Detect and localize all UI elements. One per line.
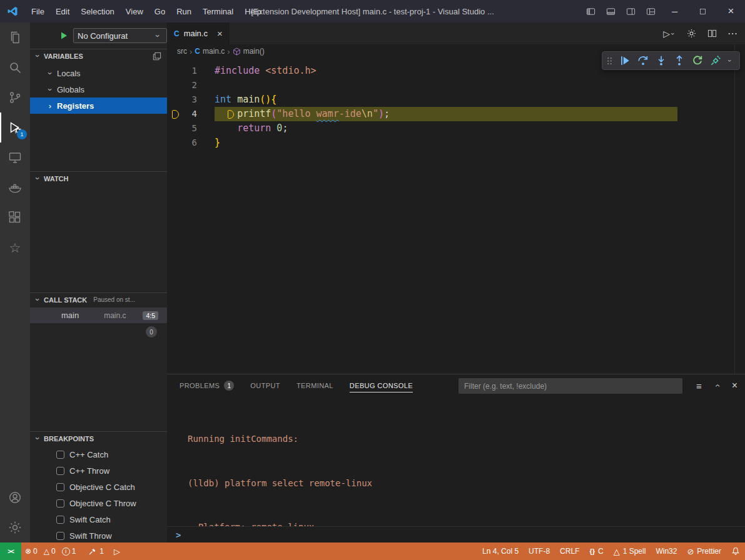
variables-registers-row[interactable]: › Registers xyxy=(30,98,167,114)
breakpoint-row[interactable]: Objective C Catch xyxy=(30,479,167,495)
line-number[interactable]: 2 xyxy=(182,78,197,92)
menu-file[interactable]: File xyxy=(26,0,50,22)
step-over-icon[interactable] xyxy=(637,55,649,66)
toggle-panel-icon[interactable] xyxy=(601,0,621,22)
debug-console-filter-input[interactable] xyxy=(459,378,682,394)
execution-pointer-icon[interactable] xyxy=(172,110,179,119)
debug-status[interactable]: ▷ xyxy=(109,542,125,560)
launch-settings-gear-icon[interactable] xyxy=(686,28,697,39)
debug-console-input[interactable]: > xyxy=(167,526,745,542)
breakpoint-checkbox[interactable] xyxy=(56,483,64,491)
breakpoint-row[interactable]: C++ Throw xyxy=(30,462,167,479)
line-number[interactable]: 1 xyxy=(182,64,197,78)
line-number[interactable]: 4 xyxy=(182,107,197,121)
call-stack-section-header[interactable]: › CALL STACK Paused on st... xyxy=(30,292,167,306)
remote-indicator[interactable]: >< xyxy=(0,542,21,560)
menu-edit[interactable]: Edit xyxy=(50,0,75,22)
breakpoint-checkbox[interactable] xyxy=(56,451,64,459)
filter-lines-icon[interactable]: ≡ xyxy=(696,381,702,391)
code-editor[interactable]: 1 #include <stdio.h> 2 3 int main(){ 4 p… xyxy=(167,58,745,374)
watch-section-header[interactable]: › WATCH xyxy=(30,171,167,185)
step-into-icon[interactable] xyxy=(656,55,667,66)
customize-layout-icon[interactable] xyxy=(641,0,661,22)
code-line[interactable]: 5 return 0; xyxy=(167,121,745,136)
code-line-current[interactable]: 4 printf("hello wamr-ide\n"); xyxy=(167,107,745,121)
encoding-indicator[interactable]: UTF-8 xyxy=(524,542,555,560)
stack-frame-row[interactable]: main main.c 4:5 xyxy=(30,308,167,323)
continue-icon[interactable] xyxy=(619,55,631,66)
tab-terminal[interactable]: TERMINAL xyxy=(296,374,333,397)
disconnect-icon[interactable] xyxy=(710,55,721,66)
extensions-icon[interactable] xyxy=(0,202,30,232)
language-mode[interactable]: {} C xyxy=(584,542,608,560)
tools-status[interactable]: 1 xyxy=(83,542,109,560)
run-and-debug-icon[interactable]: 1 xyxy=(0,112,30,142)
glyph-margin[interactable] xyxy=(167,92,182,107)
problems-status[interactable]: ⊗0 △0 i1 xyxy=(21,542,83,560)
line-number[interactable]: 6 xyxy=(182,136,197,150)
step-out-icon[interactable] xyxy=(674,55,685,66)
debug-config-dropdown[interactable]: No Configurat › xyxy=(73,28,167,43)
split-editor-icon[interactable] xyxy=(707,29,717,38)
breakpoint-row[interactable]: Objective C Throw xyxy=(30,495,167,511)
breakpoint-checkbox[interactable] xyxy=(56,532,64,540)
remote-explorer-icon[interactable] xyxy=(0,142,30,172)
breakpoints-section-header[interactable]: › BREAKPOINTS xyxy=(30,431,167,445)
start-debug-icon[interactable] xyxy=(59,31,69,41)
restart-icon[interactable] xyxy=(692,55,703,66)
favorites-star-icon[interactable]: ☆ xyxy=(0,232,30,262)
variables-globals-row[interactable]: › Globals xyxy=(30,81,167,98)
settings-gear-icon[interactable] xyxy=(0,512,30,542)
menu-go[interactable]: Go xyxy=(149,0,171,22)
source-control-icon[interactable] xyxy=(0,82,30,112)
tab-debug-console[interactable]: DEBUG CONSOLE xyxy=(350,374,413,397)
minimize-button[interactable]: ─ xyxy=(661,0,689,22)
glyph-margin[interactable] xyxy=(167,136,182,150)
spell-checker-status[interactable]: △ 1 Spell xyxy=(609,542,651,560)
variables-locals-row[interactable]: › Locals xyxy=(30,65,167,81)
docker-icon[interactable] xyxy=(0,172,30,202)
variables-section-header[interactable]: › VARIABLES xyxy=(30,49,167,62)
explorer-icon[interactable] xyxy=(0,22,30,52)
maximize-panel-icon[interactable]: › xyxy=(712,381,722,391)
platform-indicator[interactable]: Win32 xyxy=(651,542,682,560)
breakpoint-checkbox[interactable] xyxy=(56,499,64,508)
search-icon[interactable] xyxy=(0,52,30,82)
breadcrumb-symbol[interactable]: main() xyxy=(243,47,265,56)
eol-indicator[interactable]: CRLF xyxy=(555,542,584,560)
line-number[interactable]: 3 xyxy=(182,92,197,107)
breadcrumb-file[interactable]: main.c xyxy=(203,47,225,56)
chevron-down-icon[interactable]: › xyxy=(726,56,734,66)
breakpoint-checkbox[interactable] xyxy=(56,516,64,524)
variables-actions-icon[interactable] xyxy=(153,52,161,61)
menu-selection[interactable]: Selection xyxy=(75,0,119,22)
glyph-margin[interactable] xyxy=(167,107,182,121)
close-window-button[interactable]: × xyxy=(717,0,745,22)
close-tab-icon[interactable]: × xyxy=(217,28,223,39)
breakpoint-row[interactable]: Swift Throw xyxy=(30,528,167,542)
toolbar-grip-icon[interactable] xyxy=(607,56,612,66)
maximize-button[interactable] xyxy=(689,0,717,22)
notifications-bell-icon[interactable] xyxy=(726,542,745,560)
menu-view[interactable]: View xyxy=(120,0,149,22)
code-line[interactable]: 3 int main(){ xyxy=(167,92,745,107)
glyph-margin[interactable] xyxy=(167,78,182,92)
formatter-status[interactable]: ⊘ Prettier xyxy=(682,542,726,560)
toggle-sidebar-icon[interactable] xyxy=(580,0,601,22)
toggle-secondary-sidebar-icon[interactable] xyxy=(621,0,641,22)
tab-main-c[interactable]: C main.c × xyxy=(167,22,230,44)
menu-run[interactable]: Run xyxy=(171,0,197,22)
glyph-margin[interactable] xyxy=(167,121,182,136)
breakpoint-checkbox[interactable] xyxy=(56,467,64,475)
tab-output[interactable]: OUTPUT xyxy=(250,374,280,397)
run-file-icon[interactable]: ▷ › xyxy=(663,29,676,39)
line-number[interactable]: 5 xyxy=(182,121,197,136)
cursor-position[interactable]: Ln 4, Col 5 xyxy=(477,542,524,560)
more-actions-icon[interactable]: ⋯ xyxy=(727,28,737,39)
code-line[interactable]: 6 } xyxy=(167,136,745,150)
close-panel-icon[interactable]: × xyxy=(732,380,737,391)
breadcrumb-folder[interactable]: src xyxy=(177,47,187,56)
menu-terminal[interactable]: Terminal xyxy=(197,0,239,22)
breakpoint-row[interactable]: C++ Catch xyxy=(30,446,167,462)
account-icon[interactable] xyxy=(0,482,30,512)
